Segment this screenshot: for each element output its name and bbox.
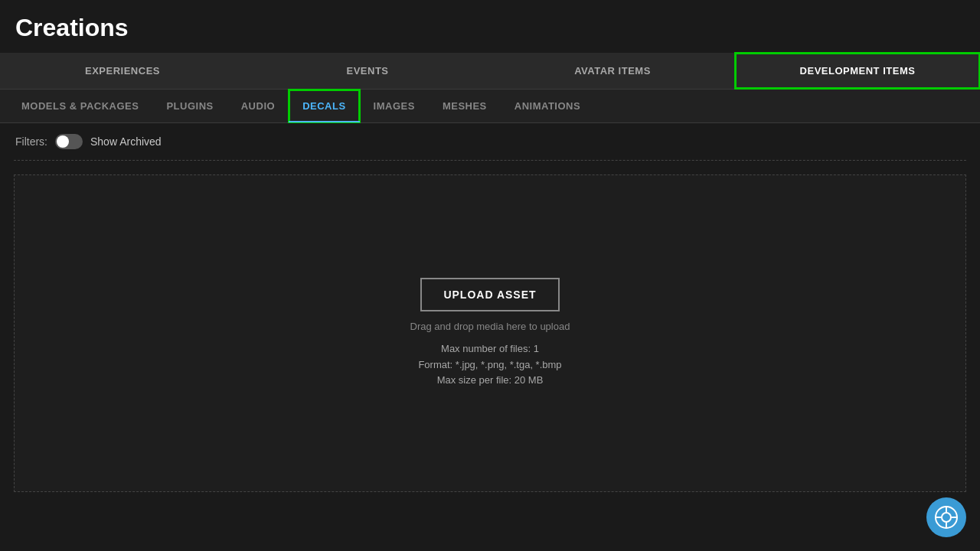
subtab-plugins[interactable]: PLUGINS — [152, 90, 227, 122]
subtab-meshes[interactable]: MESHES — [429, 90, 501, 122]
subtab-models-packages[interactable]: MODELS & PACKAGES — [8, 90, 152, 122]
svg-point-1 — [942, 513, 951, 522]
subtab-audio[interactable]: AUDIO — [227, 90, 289, 122]
format-info: Format: *.jpg, *.png, *.tga, *.bmp — [418, 357, 561, 373]
drag-drop-hint: Drag and drop media here to upload — [410, 321, 570, 332]
page-title: Creations — [0, 0, 980, 53]
upload-asset-button[interactable]: UPLOAD ASSET — [420, 278, 559, 311]
subtab-animations[interactable]: ANIMATIONS — [501, 90, 594, 122]
max-files-info: Max number of files: 1 — [418, 341, 561, 357]
divider — [14, 160, 966, 161]
filters-bar: Filters: Show Archived — [0, 123, 980, 160]
max-size-info: Max size per file: 20 MB — [418, 373, 561, 389]
upload-info: Max number of files: 1 Format: *.jpg, *.… — [418, 341, 561, 389]
bottom-logo — [926, 497, 966, 537]
filters-label: Filters: — [15, 135, 47, 148]
subtab-images[interactable]: IMAGES — [360, 90, 429, 122]
upload-area[interactable]: UPLOAD ASSET Drag and drop media here to… — [14, 174, 966, 492]
sub-navigation: MODELS & PACKAGES PLUGINS AUDIO DECALS I… — [0, 90, 980, 123]
tab-experiences[interactable]: EXPERIENCES — [0, 53, 245, 89]
tab-events[interactable]: EVENTS — [245, 53, 490, 89]
tab-avatar-items[interactable]: AVATAR ITEMS — [490, 53, 735, 89]
tab-development-items[interactable]: DEVELOPMENT ITEMS — [735, 53, 980, 89]
show-archived-toggle[interactable] — [55, 134, 83, 149]
subtab-decals[interactable]: DECALS — [289, 90, 359, 122]
show-archived-label: Show Archived — [90, 135, 162, 148]
top-navigation: EXPERIENCES EVENTS AVATAR ITEMS DEVELOPM… — [0, 53, 980, 90]
